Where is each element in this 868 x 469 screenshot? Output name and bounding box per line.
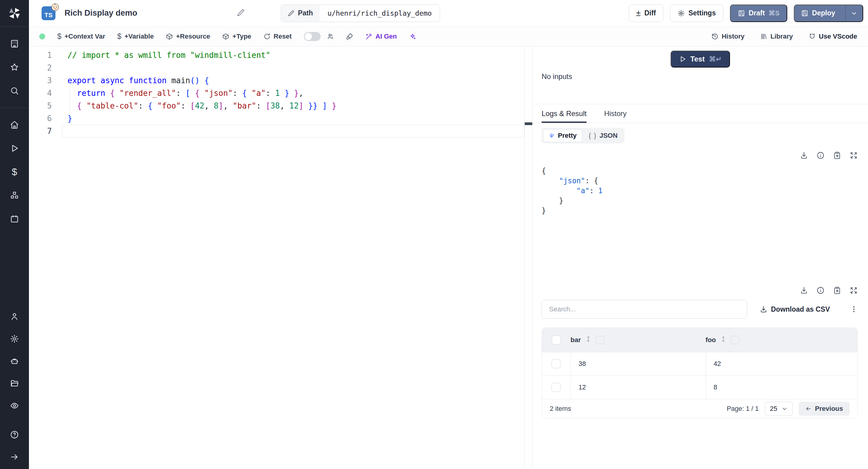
code-line[interactable] [62, 125, 524, 137]
sidebar-item-settings[interactable] [7, 332, 22, 346]
select-all-checkbox[interactable] [552, 336, 561, 345]
expand-table-button[interactable] [849, 286, 858, 294]
reset-button[interactable]: Reset [264, 33, 292, 40]
history-button[interactable]: History [711, 33, 744, 40]
ai-gen-button[interactable]: AI Gen [365, 33, 397, 40]
diff-button-label: Diff [644, 9, 656, 17]
content-row: 1234567 // import * as wmill from "windm… [29, 46, 868, 469]
sort-foo-button[interactable] [720, 336, 727, 344]
ai-sparkles-button[interactable] [409, 33, 416, 40]
result-actions [541, 151, 858, 159]
page-size-value: 25 [770, 405, 777, 413]
add-context-var-button[interactable]: $ +Context Var [57, 32, 105, 41]
table-search-input[interactable] [541, 300, 747, 319]
add-resource-button[interactable]: +Resource [166, 33, 210, 40]
sidebar-item-user[interactable] [7, 309, 22, 324]
code-line[interactable]: } [62, 112, 524, 125]
download-csv-label: Download as CSV [771, 305, 830, 313]
tab-logs-result[interactable]: Logs & Result [541, 104, 587, 123]
table-row[interactable]: 128 [542, 376, 858, 399]
table-menu-button[interactable] [850, 305, 858, 313]
chevron-down-icon [850, 10, 858, 17]
result-json-line: "a": 1 [541, 186, 858, 196]
previous-page-button[interactable]: Previous [799, 402, 849, 416]
deploy-dropdown-button[interactable] [845, 5, 863, 22]
editor-code-area[interactable]: // import * as wmill from "windmill-clie… [62, 49, 524, 469]
view-option-pretty[interactable]: Pretty [543, 129, 582, 142]
sidebar-item-resources[interactable] [7, 188, 22, 202]
expand-result-button[interactable] [849, 151, 858, 159]
library-button[interactable]: Library [760, 33, 793, 40]
sidebar-item-workspace[interactable] [7, 36, 22, 51]
splitter-drag-handle[interactable] [525, 122, 532, 125]
code-editor[interactable]: 1234567 // import * as wmill from "windm… [29, 46, 524, 469]
sidebar-item-runs[interactable] [7, 141, 22, 156]
windmill-pinwheel-icon [8, 7, 21, 20]
test-button[interactable]: Test ⌘↵ [671, 51, 730, 67]
column-header-bar[interactable]: bar [570, 336, 581, 344]
tab-history[interactable]: History [604, 104, 627, 123]
copy-result-button[interactable] [833, 151, 841, 159]
filter-bar-checkbox[interactable] [596, 336, 604, 344]
settings-button[interactable]: Settings [670, 4, 723, 22]
path-value[interactable]: u/henri/rich_display_demo [319, 5, 439, 22]
use-vscode-button[interactable]: Use VScode [809, 33, 857, 40]
diff-button[interactable]: ± Diff [629, 4, 664, 22]
boxes-icon [10, 191, 19, 200]
info-icon [816, 286, 825, 294]
result-info-button[interactable] [816, 151, 825, 159]
code-line[interactable]: export async function main() { [62, 74, 524, 87]
panel-splitter[interactable] [524, 46, 532, 469]
play-icon [10, 144, 19, 153]
table-cell: 12 [570, 376, 706, 399]
add-type-button[interactable]: +Type [222, 33, 251, 40]
save-icon [738, 10, 745, 17]
filter-foo-checkbox[interactable] [731, 336, 739, 344]
page-size-select[interactable]: 25 [765, 402, 793, 416]
code-line[interactable]: // import * as wmill from "windmill-clie… [62, 49, 524, 61]
expand-icon [849, 151, 858, 159]
collab-toggle[interactable] [304, 32, 321, 41]
sidebar-item-schedules[interactable] [7, 212, 22, 226]
format-button[interactable] [346, 33, 353, 40]
sidebar-item-audit[interactable] [7, 399, 22, 413]
pencil-icon [288, 10, 294, 17]
topbar-actions: ± Diff Settings Draft ⌘S Deploy [629, 4, 863, 22]
clipboard-copy-icon [833, 151, 841, 159]
paintbrush-icon [346, 33, 353, 40]
code-line[interactable]: return { "render_all": [ { "json": { "a"… [62, 87, 524, 99]
edit-title-button[interactable] [237, 9, 245, 18]
deploy-main-segment[interactable]: Deploy [795, 5, 842, 22]
result-tabbar: Logs & Result History [532, 104, 868, 123]
download-result-button[interactable] [800, 151, 808, 159]
row-checkbox[interactable] [552, 359, 561, 368]
sidebar-item-help[interactable] [7, 428, 22, 442]
row-checkbox[interactable] [552, 383, 561, 392]
no-inputs-text: No inputs [541, 72, 859, 81]
sidebar-item-search[interactable] [7, 84, 22, 98]
add-variable-button[interactable]: $ +Variable [117, 32, 154, 41]
table-row[interactable]: 3842 [542, 352, 858, 376]
download-icon [800, 151, 808, 159]
table-pagination: 2 items Page: 1 / 1 25 Previous [542, 399, 858, 418]
table-info-button[interactable] [816, 286, 825, 294]
download-csv-button[interactable]: Download as CSV [760, 305, 830, 313]
sidebar-collapse-button[interactable] [7, 450, 22, 464]
code-line[interactable] [62, 61, 524, 74]
column-header-foo[interactable]: foo [706, 336, 716, 344]
download-table-button[interactable] [800, 286, 808, 294]
windmill-logo[interactable] [0, 0, 29, 27]
draft-button[interactable]: Draft ⌘S [730, 4, 787, 22]
sidebar-item-favorites[interactable] [7, 60, 22, 74]
copy-table-button[interactable] [833, 286, 841, 294]
view-option-json[interactable]: { } JSON [583, 129, 623, 142]
sidebar-item-workers[interactable] [7, 354, 22, 368]
sort-bar-button[interactable] [585, 336, 592, 344]
sidebar-item-variables[interactable]: $ [7, 164, 22, 179]
code-line[interactable]: { "table-col": { "foo": [42, 8], "bar": … [62, 99, 524, 112]
result-json-view: { "json": { "a": 1 }} [541, 166, 858, 216]
deploy-button[interactable]: Deploy [794, 4, 863, 22]
sidebar-item-folders[interactable] [7, 376, 22, 390]
script-path-field[interactable]: Path u/henri/rich_display_demo [281, 4, 440, 22]
sidebar-item-home[interactable] [7, 118, 22, 132]
